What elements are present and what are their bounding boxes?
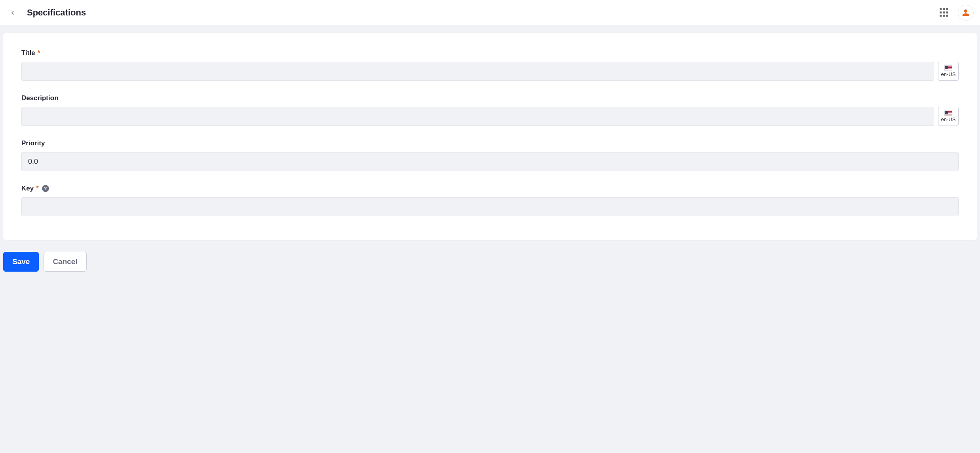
title-locale-button[interactable]: en-US: [938, 62, 959, 81]
save-button[interactable]: Save: [3, 252, 39, 272]
form-group-key: Key * ?: [21, 185, 959, 216]
description-input[interactable]: [21, 107, 934, 126]
title-label: Title *: [21, 49, 959, 57]
apps-menu-button[interactable]: [936, 6, 951, 20]
title-locale-label: en-US: [941, 71, 956, 77]
user-avatar-button[interactable]: [958, 5, 974, 21]
header-left: Specifications: [6, 6, 86, 19]
content-wrap: Title * en-US Description en-US: [0, 25, 980, 243]
key-input[interactable]: [21, 197, 959, 216]
key-label: Key * ?: [21, 185, 959, 192]
required-indicator: *: [38, 49, 40, 57]
form-group-title: Title * en-US: [21, 49, 959, 81]
header-right: [936, 5, 974, 21]
header-bar: Specifications: [0, 0, 980, 25]
key-label-text: Key: [21, 185, 34, 192]
description-input-row: en-US: [21, 107, 959, 126]
user-icon: [962, 9, 970, 17]
form-group-priority: Priority: [21, 139, 959, 171]
required-indicator: *: [36, 185, 39, 192]
priority-input-row: [21, 152, 959, 171]
title-input[interactable]: [21, 62, 934, 81]
back-button[interactable]: [6, 6, 19, 19]
description-locale-button[interactable]: en-US: [938, 107, 959, 126]
footer-actions: Save Cancel: [0, 243, 980, 275]
form-card: Title * en-US Description en-US: [3, 33, 977, 240]
key-input-row: [21, 197, 959, 216]
description-label: Description: [21, 94, 959, 102]
help-icon[interactable]: ?: [42, 185, 49, 192]
title-input-row: en-US: [21, 62, 959, 81]
priority-input[interactable]: [21, 152, 959, 171]
cancel-button[interactable]: Cancel: [44, 252, 86, 272]
form-group-description: Description en-US: [21, 94, 959, 126]
description-label-text: Description: [21, 94, 59, 102]
priority-label: Priority: [21, 139, 959, 147]
title-label-text: Title: [21, 49, 35, 57]
us-flag-icon: [944, 65, 952, 70]
us-flag-icon: [944, 110, 952, 116]
description-locale-label: en-US: [941, 116, 956, 122]
priority-label-text: Priority: [21, 139, 45, 147]
chevron-left-icon: [9, 10, 16, 16]
apps-grid-icon: [940, 8, 948, 17]
page-title: Specifications: [27, 8, 86, 18]
